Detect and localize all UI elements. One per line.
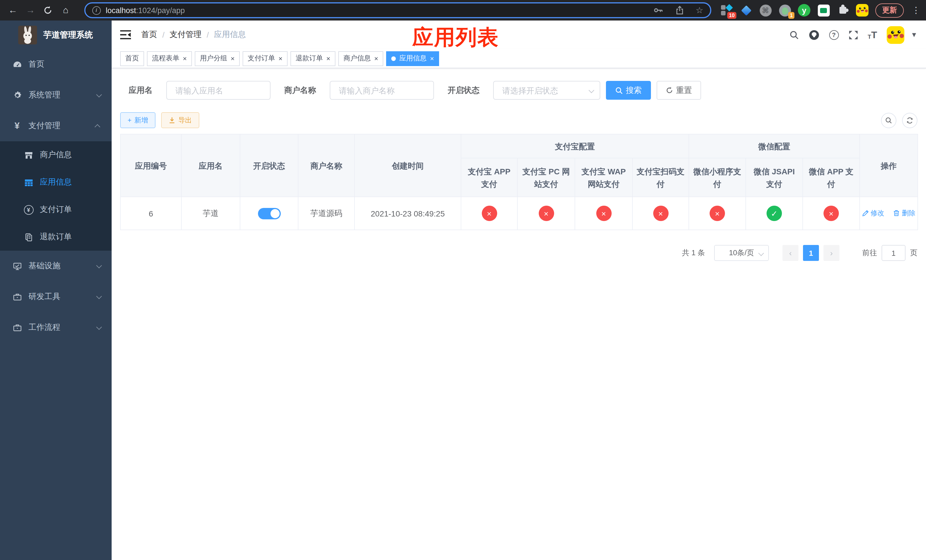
url-text[interactable]: localhost:1024/pay/app bbox=[106, 6, 185, 15]
sidebar-item-infra[interactable]: 基础设施 bbox=[0, 251, 112, 282]
cell-app-id: 6 bbox=[121, 197, 182, 230]
extensions-puzzle-icon[interactable] bbox=[837, 4, 849, 17]
alipay-app-status-icon: × bbox=[481, 206, 497, 221]
breadcrumb-payment[interactable]: 支付管理 bbox=[170, 30, 201, 40]
user-avatar[interactable] bbox=[887, 26, 904, 44]
next-page-button[interactable]: › bbox=[823, 245, 840, 261]
tab-merchant-info[interactable]: 商户信息× bbox=[338, 51, 383, 66]
password-key-icon[interactable] bbox=[653, 6, 663, 15]
tab-app-info[interactable]: 应用信息× bbox=[386, 51, 439, 66]
delete-link[interactable]: 删除 bbox=[893, 209, 915, 218]
show-search-toggle-button[interactable] bbox=[881, 112, 896, 128]
monitor-icon bbox=[10, 261, 24, 271]
col-actions: 操作 bbox=[859, 134, 918, 197]
col-merchant: 商户名称 bbox=[298, 134, 354, 197]
breadcrumb-home[interactable]: 首页 bbox=[141, 30, 157, 40]
close-icon[interactable]: × bbox=[278, 55, 283, 62]
bookmark-star-icon[interactable]: ☆ bbox=[696, 5, 703, 15]
trash-icon bbox=[893, 210, 900, 217]
status-select[interactable] bbox=[493, 81, 600, 100]
browser-menu-icon[interactable]: ⋮ bbox=[912, 5, 920, 15]
browser-profile-avatar[interactable] bbox=[856, 4, 869, 17]
navbar-right-icons: ? TT bbox=[789, 26, 917, 44]
close-icon[interactable]: × bbox=[326, 55, 330, 62]
share-icon[interactable] bbox=[675, 6, 684, 15]
search-icon[interactable] bbox=[789, 30, 799, 39]
payment-submenu: 商户信息 应用信息 ¥ 支付订单 bbox=[0, 141, 112, 251]
extension-chat-icon[interactable] bbox=[817, 4, 830, 17]
col-app-name: 应用名 bbox=[182, 134, 240, 197]
sidebar-item-refund-order[interactable]: 退款订单 bbox=[0, 223, 112, 251]
avatar-caret-icon[interactable]: ▼ bbox=[911, 31, 917, 39]
add-button[interactable]: + 新增 bbox=[120, 112, 156, 128]
tab-refund-order[interactable]: 退款订单× bbox=[291, 51, 336, 66]
tab-process-form[interactable]: 流程表单× bbox=[147, 51, 192, 66]
col-group-wechat: 微信配置 bbox=[689, 134, 859, 158]
goto-page-input[interactable] bbox=[882, 245, 905, 261]
browser-home-button[interactable]: ⌂ bbox=[57, 2, 74, 19]
sidebar-item-pay-order[interactable]: ¥ 支付订单 bbox=[0, 196, 112, 223]
sidebar-item-workflow[interactable]: 工作流程 bbox=[0, 312, 112, 343]
col-alipay-pc: 支付宝 PC 网站支付 bbox=[517, 158, 575, 197]
cell-created: 2021-10-23 08:49:25 bbox=[354, 197, 461, 230]
edit-link[interactable]: 修改 bbox=[862, 209, 884, 218]
browser-update-button[interactable]: 更新 bbox=[875, 3, 904, 17]
tab-home[interactable]: 首页 bbox=[120, 51, 144, 66]
browser-reload-button[interactable] bbox=[40, 2, 56, 19]
close-icon[interactable]: × bbox=[183, 55, 187, 62]
search-button[interactable]: 搜索 bbox=[606, 81, 651, 100]
extension-profile-icon[interactable]: 1 bbox=[779, 4, 791, 17]
sidebar-collapse-button[interactable] bbox=[120, 30, 131, 39]
status-select-input[interactable] bbox=[493, 81, 600, 100]
tab-user-group[interactable]: 用户分组× bbox=[195, 51, 240, 66]
sidebar-item-label: 商户信息 bbox=[40, 150, 72, 160]
page-size-select[interactable]: 10条/页 bbox=[714, 245, 769, 261]
sidebar-item-label: 工作流程 bbox=[29, 322, 61, 333]
sidebar-item-home[interactable]: 首页 bbox=[0, 49, 112, 80]
document-icon bbox=[22, 232, 35, 242]
browser-forward-button[interactable]: → bbox=[22, 2, 39, 19]
page-number-button[interactable]: 1 bbox=[803, 245, 819, 261]
export-button[interactable]: 导出 bbox=[161, 112, 199, 128]
site-info-icon[interactable]: i bbox=[92, 6, 100, 15]
sidebar-item-system[interactable]: 系统管理 bbox=[0, 80, 112, 110]
refresh-table-button[interactable] bbox=[902, 112, 917, 128]
close-icon[interactable]: × bbox=[231, 55, 235, 62]
extension-gem-icon[interactable] bbox=[740, 4, 752, 17]
github-icon[interactable] bbox=[808, 29, 819, 40]
sidebar-item-merchant-info[interactable]: 商户信息 bbox=[0, 141, 112, 169]
url-bar[interactable]: i localhost:1024/pay/app ☆ bbox=[84, 2, 711, 18]
chevron-down-icon bbox=[96, 324, 102, 330]
extension-command-icon[interactable]: ⌘ bbox=[759, 4, 772, 17]
sidebar-item-app-info[interactable]: 应用信息 bbox=[0, 169, 112, 196]
app-name-input[interactable] bbox=[166, 81, 271, 100]
merchant-name-label: 商户名称 bbox=[284, 85, 316, 95]
store-icon bbox=[22, 150, 35, 160]
sidebar-item-payment[interactable]: ¥ 支付管理 bbox=[0, 110, 112, 141]
sidebar-item-dev-tools[interactable]: 研发工具 bbox=[0, 282, 112, 312]
fullscreen-icon[interactable] bbox=[848, 30, 858, 39]
extension-tampermonkey-icon[interactable]: 10 bbox=[720, 4, 733, 17]
tab-pay-order[interactable]: 支付订单× bbox=[243, 51, 287, 66]
sidebar-logo-row[interactable]: 芋道管理系统 bbox=[0, 21, 112, 49]
app-title: 芋道管理系统 bbox=[43, 29, 93, 40]
reset-button[interactable]: 重置 bbox=[657, 81, 701, 100]
close-icon[interactable]: × bbox=[430, 55, 434, 62]
font-size-icon[interactable]: TT bbox=[868, 30, 877, 39]
chevron-down-icon bbox=[96, 262, 102, 268]
help-icon[interactable]: ? bbox=[829, 30, 838, 39]
merchant-name-input[interactable] bbox=[330, 81, 434, 100]
browser-back-button[interactable]: ← bbox=[5, 2, 21, 19]
status-toggle[interactable] bbox=[258, 207, 280, 219]
breadcrumb-current: 应用信息 bbox=[214, 30, 246, 40]
sidebar-item-label: 系统管理 bbox=[29, 90, 61, 100]
extension-y-icon[interactable]: y bbox=[798, 4, 810, 17]
goto-label: 前往 bbox=[862, 248, 877, 258]
tags-view-bar: 首页 流程表单× 用户分组× 支付订单× 退款订单× 商户信息× 应用信息× bbox=[112, 49, 926, 68]
sidebar: 芋道管理系统 首页 bbox=[0, 21, 112, 560]
sidebar-item-label: 应用信息 bbox=[40, 177, 72, 188]
cell-merchant: 芋道源码 bbox=[298, 197, 354, 230]
close-icon[interactable]: × bbox=[374, 55, 378, 62]
page-title-annotation: 应用列表 bbox=[412, 23, 499, 52]
prev-page-button[interactable]: ‹ bbox=[782, 245, 799, 261]
